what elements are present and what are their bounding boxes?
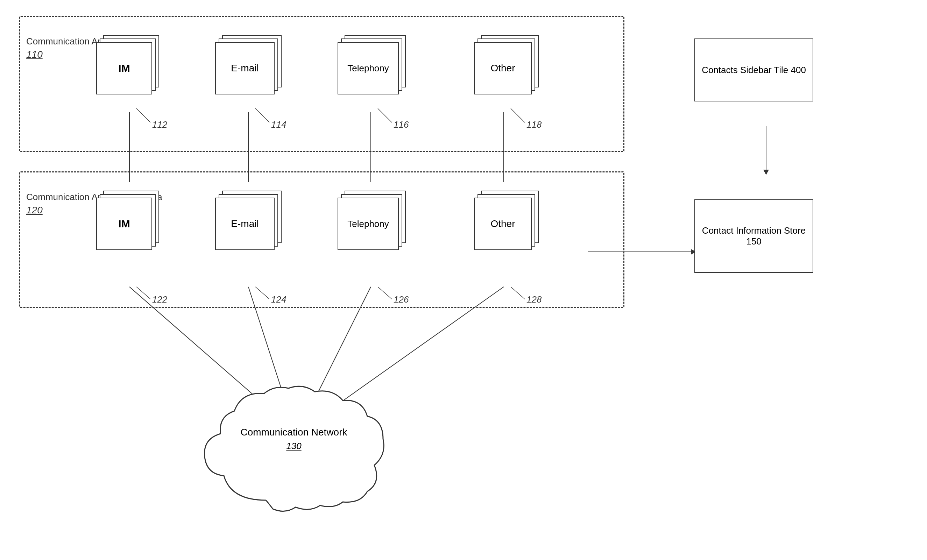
ref-124: 124	[271, 294, 286, 306]
network-number: 130	[224, 441, 364, 452]
svg-marker-11	[763, 170, 769, 175]
im-top-stack: IM	[96, 35, 159, 102]
ref-114: 114	[271, 119, 286, 131]
telephony-top-stack: Telephony	[337, 35, 411, 102]
im-top-card-front: IM	[96, 42, 152, 94]
other-bottom-card-front: Other	[474, 197, 532, 250]
other-top-stack: Other	[474, 35, 544, 102]
contact-info-store-box: Contact Information Store 150	[694, 199, 813, 273]
telephony-bottom-card-front: Telephony	[337, 197, 399, 250]
other-top-card-front: Other	[474, 42, 532, 94]
ref-116: 116	[394, 119, 409, 131]
telephony-top-card-front: Telephony	[337, 42, 399, 94]
contacts-sidebar-box: Contacts Sidebar Tile 400	[694, 38, 813, 102]
other-bottom-stack: Other	[474, 191, 544, 257]
im-bottom-card-front: IM	[96, 197, 152, 250]
ref-122: 122	[152, 294, 167, 306]
im-bottom-stack: IM	[96, 191, 159, 257]
ref-126: 126	[394, 294, 409, 306]
ref-128: 128	[526, 294, 541, 306]
email-top-card-front: E-mail	[215, 42, 275, 94]
telephony-bottom-stack: Telephony	[337, 191, 411, 257]
diagram: Communication Applications UI 110 IM E-m…	[0, 0, 927, 560]
ref-112: 112	[152, 119, 167, 131]
email-bottom-stack: E-mail	[215, 191, 285, 257]
network-cloud: Communication Network 130	[196, 381, 392, 514]
email-bottom-card-front: E-mail	[215, 197, 275, 250]
email-top-stack: E-mail	[215, 35, 285, 102]
ref-118: 118	[526, 119, 541, 131]
network-label: Communication Network	[224, 427, 364, 438]
